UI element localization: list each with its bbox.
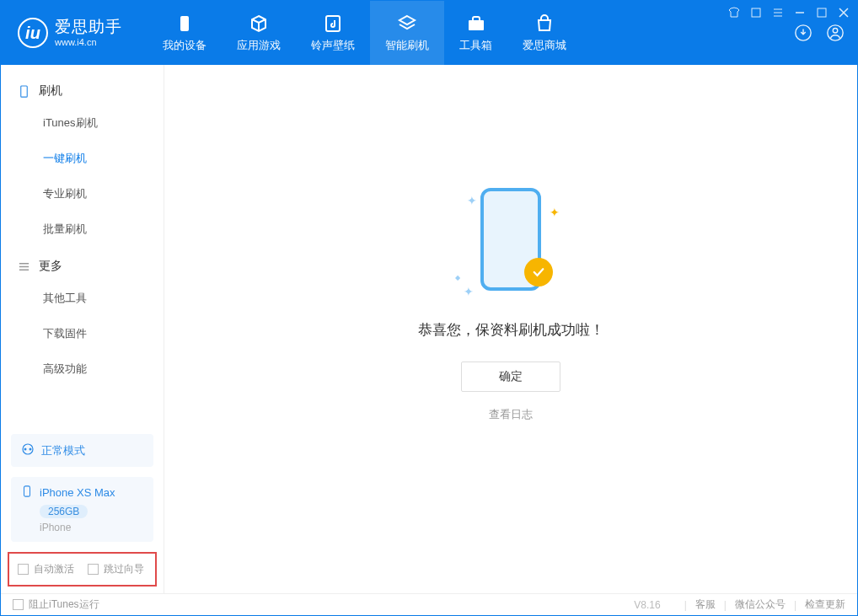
sidebar-item-batch-flash[interactable]: 批量刷机 xyxy=(1,212,164,247)
tab-ringtones[interactable]: 铃声壁纸 xyxy=(296,1,370,65)
logo-icon: iu xyxy=(18,18,48,48)
svg-rect-0 xyxy=(752,8,760,17)
tab-toolbox[interactable]: 工具箱 xyxy=(444,1,507,65)
device-name: iPhone XS Max xyxy=(40,486,115,499)
svg-rect-8 xyxy=(21,85,28,96)
sidebar-section-more: 更多 xyxy=(1,247,164,281)
tab-label: 我的设备 xyxy=(163,38,206,53)
sidebar-section-flash: 刷机 xyxy=(1,72,164,105)
device-small-icon xyxy=(21,485,33,500)
refresh-icon xyxy=(396,13,418,35)
section-label: 更多 xyxy=(39,259,62,274)
tab-label: 爱思商城 xyxy=(523,38,566,53)
tab-label: 智能刷机 xyxy=(385,38,429,53)
download-icon[interactable] xyxy=(793,23,813,43)
checkbox-icon xyxy=(88,564,99,575)
sync-icon xyxy=(21,442,35,458)
svg-point-7 xyxy=(833,29,838,34)
tab-label: 工具箱 xyxy=(459,38,492,53)
user-icon[interactable] xyxy=(825,23,845,43)
view-log-link[interactable]: 查看日志 xyxy=(489,407,533,422)
support-link[interactable]: 客服 xyxy=(695,597,716,612)
sidebar-item-other-tools[interactable]: 其他工具 xyxy=(1,281,164,316)
svg-rect-4 xyxy=(469,20,484,30)
footer: 阻止iTunes运行 V8.16 | 客服 | 微信公众号 | 检查更新 xyxy=(1,593,857,615)
app-title: 爱思助手 xyxy=(55,18,122,37)
sidebar-item-pro-flash[interactable]: 专业刷机 xyxy=(1,176,164,212)
wechat-link[interactable]: 微信公众号 xyxy=(735,597,786,612)
mode-label: 正常模式 xyxy=(41,443,85,458)
check-update-link[interactable]: 检查更新 xyxy=(805,597,845,612)
sidebar-item-download-firmware[interactable]: 下载固件 xyxy=(1,316,164,351)
checkbox-prevent-itunes[interactable]: 阻止iTunes运行 xyxy=(13,597,99,612)
tab-flash[interactable]: 智能刷机 xyxy=(370,1,444,65)
checkbox-skip-wizard[interactable]: 跳过向导 xyxy=(88,562,144,576)
header: iu 爱思助手 www.i4.cn 我的设备 应用游戏 铃声壁纸 智能刷机 工具… xyxy=(1,1,857,65)
main-content: ✦ ✦ ◆ ✦ 恭喜您，保资料刷机成功啦！ 确定 查看日志 xyxy=(164,65,857,593)
svg-rect-2 xyxy=(180,16,189,31)
lock-icon[interactable] xyxy=(749,6,763,19)
device-info-box[interactable]: iPhone XS Max 256GB iPhone xyxy=(11,477,153,542)
svg-point-10 xyxy=(24,448,27,451)
minimize-icon[interactable] xyxy=(793,6,807,19)
nav-tabs: 我的设备 应用游戏 铃声壁纸 智能刷机 工具箱 爱思商城 xyxy=(147,1,781,65)
toolbox-icon xyxy=(465,13,487,35)
logo: iu 爱思助手 www.i4.cn xyxy=(1,1,139,65)
checkbox-label: 自动激活 xyxy=(34,562,74,576)
checkbox-icon xyxy=(13,599,24,610)
sparkle-icon: ✦ xyxy=(550,206,560,219)
cube-icon xyxy=(248,13,270,35)
maximize-icon[interactable] xyxy=(815,6,829,19)
sparkle-icon: ✦ xyxy=(464,285,474,298)
tab-label: 应用游戏 xyxy=(237,38,281,53)
tab-shop[interactable]: 爱思商城 xyxy=(507,1,582,65)
checkbox-icon xyxy=(18,564,29,575)
checkbox-label: 阻止iTunes运行 xyxy=(29,597,99,612)
ok-button[interactable]: 确定 xyxy=(461,362,560,392)
device-capacity: 256GB xyxy=(40,505,88,518)
device-mode-box[interactable]: 正常模式 xyxy=(11,434,153,467)
svg-rect-12 xyxy=(24,486,30,496)
device-type: iPhone xyxy=(40,522,143,533)
sidebar-item-itunes-flash[interactable]: iTunes刷机 xyxy=(1,105,164,141)
svg-point-11 xyxy=(29,448,32,451)
section-label: 刷机 xyxy=(39,83,62,99)
checkbox-label: 跳过向导 xyxy=(104,562,144,576)
sidebar-item-advanced[interactable]: 高级功能 xyxy=(1,351,164,387)
sparkle-icon: ◆ xyxy=(455,274,460,281)
checkbox-auto-activate[interactable]: 自动激活 xyxy=(18,562,74,576)
tab-apps[interactable]: 应用游戏 xyxy=(222,1,296,65)
device-icon xyxy=(174,13,196,35)
version-label: V8.16 xyxy=(634,599,660,611)
menu-icon[interactable] xyxy=(771,6,785,19)
list-icon xyxy=(18,260,30,273)
success-message: 恭喜您，保资料刷机成功啦！ xyxy=(418,320,604,340)
checkmark-badge-icon xyxy=(524,258,553,287)
shirt-icon[interactable] xyxy=(727,6,741,19)
sidebar: 刷机 iTunes刷机 一键刷机 专业刷机 批量刷机 更多 其他工具 下载固件 … xyxy=(1,65,164,593)
close-icon[interactable] xyxy=(837,6,850,19)
tab-label: 铃声壁纸 xyxy=(311,38,355,53)
svg-rect-1 xyxy=(818,8,826,17)
app-subtitle: www.i4.cn xyxy=(55,37,122,48)
shop-icon xyxy=(534,13,555,35)
music-icon xyxy=(322,13,344,35)
options-row: 自动激活 跳过向导 xyxy=(8,552,157,587)
sidebar-item-oneclick-flash[interactable]: 一键刷机 xyxy=(1,141,164,176)
success-illustration: ✦ ✦ ◆ ✦ xyxy=(452,185,570,303)
window-controls xyxy=(727,6,850,19)
tab-my-device[interactable]: 我的设备 xyxy=(147,1,222,65)
body: 刷机 iTunes刷机 一键刷机 专业刷机 批量刷机 更多 其他工具 下载固件 … xyxy=(1,65,857,593)
sparkle-icon: ✦ xyxy=(467,194,477,207)
phone-icon xyxy=(18,85,30,98)
